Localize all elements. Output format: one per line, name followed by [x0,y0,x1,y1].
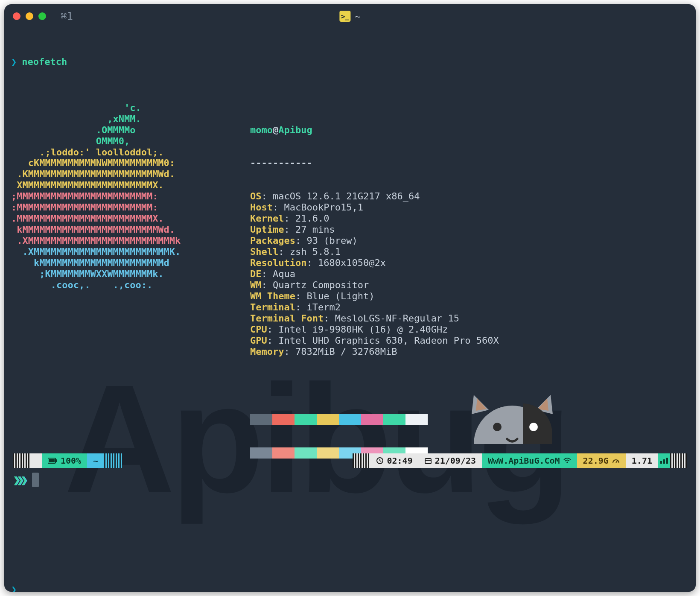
close-button[interactable] [13,12,20,20]
info-value: 27 mins [295,224,335,235]
info-value: Intel i9-9980HK (16) @ 2.40GHz [278,324,448,335]
ascii-line: 'c. [11,102,250,114]
color-swatch [250,414,272,425]
info-row: Packages: 93 (brew) [250,235,499,246]
ascii-line: .cooc,. .,coo:. [11,280,250,291]
info-row: DE: Aqua [250,269,499,280]
info-value: 1680x1050@2x [318,257,386,268]
battery-value: 100% [61,456,81,466]
zoom-button[interactable] [38,12,46,20]
status-pattern-mid [104,453,122,468]
at-sign: @ [273,125,278,135]
info-value: Blue (Light) [306,291,374,301]
info-key: CPU [250,324,267,335]
status-pattern-right [353,453,370,468]
color-swatch [295,414,317,425]
status-os-segment[interactable] [30,453,42,468]
user-host-line: momo@Apibug [250,125,499,136]
color-swatch [383,414,405,425]
svg-line-9 [616,460,618,463]
info-value: 21.6.0 [295,213,329,224]
disk-value: 22.9G [583,456,609,466]
window-index: ⌘1 [61,10,73,22]
info-value: MesloLGS-NF-Regular 15 [335,313,459,324]
info-key: WM [250,280,262,290]
info-value: macOS 12.6.1 21G217 x86_64 [273,191,420,202]
info-row: WM Theme: Blue (Light) [250,291,499,302]
calendar-icon [425,457,432,464]
minimize-button[interactable] [26,12,33,20]
info-row: GPU: Intel UHD Graphics 630, Radeon Pro … [250,335,499,346]
info-row: Host: MacBookPro15,1 [250,202,499,213]
ascii-line: kMMMMMMMMMMMMMMMMMMMMMMd [11,257,250,269]
color-swatch [361,414,383,425]
status-date-segment[interactable]: 21/09/23 [419,453,482,468]
ascii-line: .;loddo:' loolloddol;. [11,147,250,158]
info-key: Terminal Font [250,313,324,324]
svg-rect-4 [56,459,57,462]
info-key: Uptime [250,224,284,235]
chevron-right-icon: ❯❯❯ [13,473,24,487]
info-row: Terminal: iTerm2 [250,302,499,313]
prompt-line: ❯ neofetch [11,56,689,67]
ascii-line: XMMMMMMMMMMMMMMMMMMMMMMMX. [11,180,250,191]
svg-rect-3 [49,459,55,462]
ascii-line: ;MMMMMMMMMMMMMMMMMMMMMMMM: [11,191,250,202]
status-cwd-segment[interactable]: ~ [87,453,104,468]
cwd-value: ~ [93,456,98,466]
status-chart-segment[interactable] [658,453,670,468]
info-key: Shell [250,246,278,257]
ascii-line: .XMMMMMMMMMMMMMMMMMMMMMMMMMMk [11,235,250,246]
status-url-segment[interactable]: WwW.ApiBuG.CoM [482,453,577,468]
terminal-icon: >_ [339,11,350,22]
ascii-line: .XMMMMMMMMMMMMMMMMMMMMMMMMK. [11,246,250,257]
ascii-line: kMMMMMMMMMMMMMMMMMMMMMMMMWd. [11,224,250,235]
ascii-line: OMMM0, [11,136,250,147]
info-key: Memory [250,346,284,357]
ascii-line: cKMMMMMMMMMMNWMMMMMMMMMM0: [11,158,250,169]
gauge-icon [612,458,620,464]
url-value: WwW.ApiBuG.CoM [488,456,560,466]
terminal-content[interactable]: ❯ neofetch 'c. ,xNMM. .OMMMMo OMMM0, .;l… [4,28,696,592]
svg-rect-11 [663,459,665,464]
info-value: Aqua [273,269,295,279]
svg-rect-12 [666,458,668,464]
system-info: momo@Apibug ----------- OS: macOS 12.6.1… [250,102,499,503]
info-row: Uptime: 27 mins [250,224,499,235]
status-load-segment[interactable]: 1.71 [626,453,658,468]
info-value: zsh 5.8.1 [290,246,341,257]
traffic-lights [13,12,46,20]
info-value: MacBookPro15,1 [284,202,363,213]
status-left: 100% ~ [13,453,122,468]
ascii-line: .KMMMMMMMMMMMMMMMMMMMMMMMWd. [11,169,250,180]
titlebar: ⌘1 >_ ~ [4,4,696,28]
title-text: ~ [355,11,360,22]
info-value: 7832MiB / 32768MiB [295,346,397,357]
info-key: Resolution [250,257,306,268]
info-key: Terminal [250,302,295,313]
info-key: WM Theme [250,291,295,301]
ascii-line: ,xNMM. [11,114,250,125]
clock-icon [376,457,383,464]
info-row: OS: macOS 12.6.1 21G217 x86_64 [250,191,499,202]
status-pattern-left [13,453,30,468]
color-swatch [272,414,295,425]
status-battery-segment[interactable]: 100% [42,453,87,468]
info-value: 93 (brew) [306,235,357,246]
info-row: WM: Quartz Compositor [250,280,499,291]
battery-icon [48,458,57,464]
info-row: Kernel: 21.6.0 [250,213,499,224]
status-right: 02:49 21/09/23 WwW.ApiBuG.CoM 22.9G [353,453,687,468]
info-value: Quartz Compositor [273,280,369,290]
status-disk-segment[interactable]: 22.9G [577,453,626,468]
ascii-line: :MMMMMMMMMMMMMMMMMMMMMMMM: [11,202,250,213]
cursor [32,473,39,487]
color-swatch [405,414,428,425]
info-row: Resolution: 1680x1050@2x [250,257,499,269]
date-value: 21/09/23 [435,456,476,466]
info-key: OS [250,191,262,202]
prompt-symbol: ❯ [11,56,17,67]
status-time-segment[interactable]: 02:49 [370,453,418,468]
active-prompt[interactable]: ❯❯❯ [13,471,39,488]
info-row: Shell: zsh 5.8.1 [250,246,499,257]
